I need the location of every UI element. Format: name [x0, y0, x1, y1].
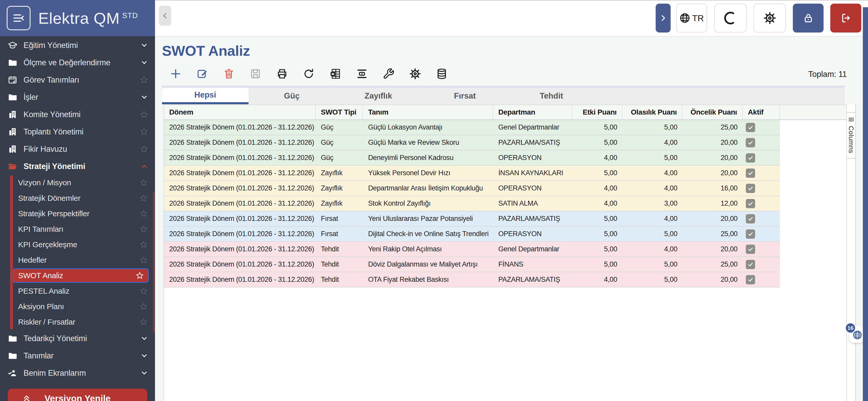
cell-d-nem: 2026 Stratejik Dönem (01.01.2026 - 31.12… — [164, 166, 316, 180]
tools-button[interactable] — [382, 68, 395, 80]
sidebar-item-toplanti-y-netimi[interactable]: Toplantı Yönetimi — [0, 123, 155, 140]
active-checkbox[interactable] — [746, 214, 755, 224]
save-button[interactable] — [250, 68, 261, 80]
grid-settings-button[interactable] — [409, 68, 421, 80]
grid-toolbar — [170, 67, 448, 81]
cell-etki-puani: 5,00 — [572, 257, 622, 272]
active-checkbox[interactable] — [746, 245, 755, 254]
active-checkbox[interactable] — [746, 199, 755, 208]
sidebar-subitem-stratejik-d-nemler[interactable]: Stratejik Dönemler — [0, 191, 155, 206]
logout-button[interactable] — [830, 4, 861, 33]
table-row[interactable]: 2026 Stratejik Dönem (01.01.2026 - 31.12… — [164, 181, 846, 196]
active-checkbox[interactable] — [746, 275, 755, 285]
table-row[interactable]: 2026 Stratejik Dönem (01.01.2026 - 31.12… — [164, 257, 846, 272]
settings-button[interactable] — [753, 4, 786, 33]
sidebar-subitem-pestel-analiz[interactable]: PESTEL Analiz — [0, 283, 155, 299]
sidebar-item-fikir-havuzu[interactable]: Fikir Havuzu — [0, 140, 155, 158]
sidebar-subitem-aksiyon-plani[interactable]: Aksiyon Planı — [0, 299, 155, 314]
tab-zayiflik[interactable]: Zayıflık — [335, 88, 422, 104]
table-row[interactable]: 2026 Stratejik Dönem (01.01.2026 - 31.12… — [164, 196, 846, 211]
sidebar-subitem-riskler-firsatlar[interactable]: Riskler / Fırsatlar — [0, 314, 155, 330]
tab-g[interactable]: Güç — [249, 88, 335, 104]
cell-ncelik-puani: 25,00 — [683, 120, 743, 135]
table-row[interactable]: 2026 Stratejik Dönem (01.01.2026 - 31.12… — [164, 272, 846, 288]
expand-button[interactable] — [656, 4, 671, 33]
column-header-departman[interactable]: Departman — [493, 105, 572, 120]
cell-tanim: Yeni Uluslararası Pazar Potansiyeli — [363, 211, 493, 226]
sidebar-item-g-rev-tanimlari[interactable]: Görev Tanımları — [0, 71, 155, 89]
sidebar-item-tedarik-i-y-netimi[interactable]: Tedarikçi Yönetimi — [0, 330, 155, 347]
active-checkbox[interactable] — [746, 138, 755, 147]
sidebar-item-komite-y-netimi[interactable]: Komite Yönetimi — [0, 106, 155, 123]
sidebar-item-strateji-y-netimi[interactable]: Strateji Yönetimi — [0, 158, 155, 175]
delete-button[interactable] — [223, 68, 235, 80]
back-button[interactable] — [159, 6, 171, 26]
sidebar-subitem-hedefler[interactable]: Hedefler — [0, 253, 155, 268]
table-row[interactable]: 2026 Stratejik Dönem (01.01.2026 - 31.12… — [164, 166, 846, 181]
active-checkbox[interactable] — [746, 184, 755, 193]
table-row[interactable]: 2026 Stratejik Dönem (01.01.2026 - 31.12… — [164, 135, 846, 151]
refresh-button[interactable] — [303, 68, 315, 80]
spinner-icon — [723, 10, 738, 26]
add-button[interactable] — [170, 68, 182, 80]
cell-aktif — [743, 181, 780, 196]
table-row[interactable]: 2026 Stratejik Dönem (01.01.2026 - 31.12… — [164, 151, 846, 166]
active-checkbox[interactable] — [746, 260, 755, 269]
sidebar-toggle-button[interactable] — [7, 6, 30, 30]
star-icon — [140, 110, 148, 119]
column-header-ncelik-puani[interactable]: Öncelik Puanı — [683, 105, 743, 120]
table-row[interactable]: 2026 Stratejik Dönem (01.01.2026 - 31.12… — [164, 242, 846, 257]
column-header-swot-tipi[interactable]: SWOT Tipi — [316, 105, 363, 120]
print-button[interactable] — [276, 68, 288, 80]
sidebar-subitem-vizyon-misyon[interactable]: Vizyon / Misyon — [0, 175, 155, 191]
sidebar-menu: Eğitim YönetimiÖlçme ve DeğerlendirmeGör… — [0, 37, 155, 382]
sidebar-item-benim-ekranlarim[interactable]: Benim Ekranlarım — [0, 364, 155, 382]
version-refresh-label: Versiyon Yenile — [44, 393, 111, 401]
active-checkbox[interactable] — [746, 153, 755, 163]
tab-hepsi[interactable]: Hepsi — [162, 88, 249, 104]
active-checkbox[interactable] — [746, 123, 755, 132]
tab-tehdit[interactable]: Tehdit — [508, 88, 595, 104]
edit-button[interactable] — [196, 68, 208, 80]
excel-export-button[interactable] — [330, 68, 341, 80]
columns-panel-tab[interactable]: Columns — [847, 113, 855, 159]
tab-firsat[interactable]: Fırsat — [422, 88, 508, 104]
excel-icon — [330, 68, 341, 80]
star-icon — [135, 271, 144, 280]
sidebar-subitem-kpi-tanimlari[interactable]: KPI Tanımları — [0, 222, 155, 237]
table-row[interactable]: 2026 Stratejik Dönem (01.01.2026 - 31.12… — [164, 211, 846, 227]
version-refresh-button[interactable]: Versiyon Yenile — [8, 389, 147, 401]
sidebar-subitem-label: Riskler / Fırsatlar — [18, 318, 140, 327]
sidebar-item-l-me-ve-de-erlendirme[interactable]: Ölçme ve Değerlendirme — [0, 54, 155, 71]
column-header-d-nem[interactable]: Dönem — [164, 105, 316, 120]
building-icon — [8, 127, 17, 136]
page-scrollbar[interactable] — [863, 7, 868, 401]
column-header-tanim[interactable]: Tanım — [363, 105, 493, 120]
column-header-olasilik-puani[interactable]: Olasılık Puanı — [622, 105, 683, 120]
sidebar-subitem-label: SWOT Analiz — [18, 271, 135, 280]
sidebar-item-e-itim-y-netimi[interactable]: Eğitim Yönetimi — [0, 37, 155, 54]
column-header-etki-puani[interactable]: Etki Puanı — [572, 105, 622, 120]
data-source-button[interactable] — [436, 68, 448, 80]
sidebar-item-i-ler[interactable]: İşler — [0, 89, 155, 106]
sidebar-subitem-kpi-ger-ekle-me[interactable]: KPI Gerçekleşme — [0, 237, 155, 253]
column-header-aktif[interactable]: Aktif — [743, 105, 780, 120]
sidebar-subitem-swot-analiz[interactable]: SWOT Analiz — [12, 268, 149, 283]
table-row[interactable]: 2026 Stratejik Dönem (01.01.2026 - 31.12… — [164, 227, 846, 242]
chevron-left-icon — [161, 12, 169, 20]
active-checkbox[interactable] — [746, 229, 755, 239]
app-brand: Elektra QMSTD — [38, 9, 138, 27]
sidebar-scrollbar-thumb[interactable] — [153, 191, 155, 333]
filter-tabs: HepsiGüçZayıflıkFırsatTehdit — [162, 88, 845, 104]
language-button[interactable]: TR — [676, 4, 707, 33]
table-row[interactable]: 2026 Stratejik Dönem (01.01.2026 - 31.12… — [164, 120, 846, 135]
logout-icon — [840, 12, 851, 24]
sidebar-subitem-stratejik-perspektifler[interactable]: Stratejik Perspektifler — [0, 206, 155, 222]
page-title: SWOT Analiz — [162, 42, 250, 59]
row-height-button[interactable] — [356, 68, 368, 80]
sidebar-item-tanimlar[interactable]: Tanımlar — [0, 347, 155, 364]
loading-button[interactable] — [714, 4, 747, 33]
active-checkbox[interactable] — [746, 168, 755, 178]
lock-button[interactable] — [793, 4, 824, 33]
language-float-button[interactable]: 16 — [849, 326, 865, 343]
